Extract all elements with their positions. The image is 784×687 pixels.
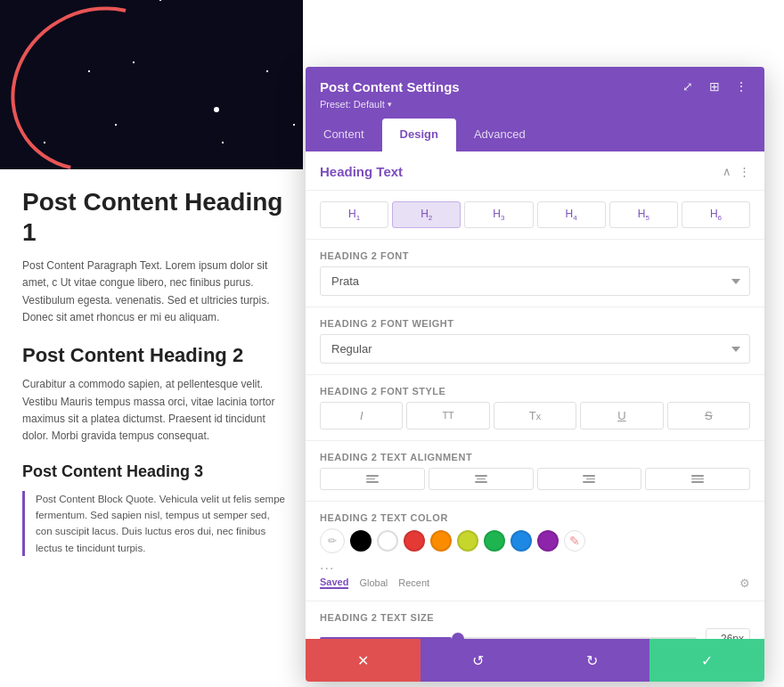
collapse-icon[interactable]: ∧	[723, 165, 731, 178]
tab-design[interactable]: Design	[382, 119, 456, 151]
cancel-icon: ✕	[357, 652, 369, 669]
heading-tab-h5[interactable]: H5	[609, 201, 678, 228]
redo-button[interactable]: ↻	[535, 639, 650, 682]
align-right-btn[interactable]	[537, 468, 642, 490]
font-section: Heading 2 Font Prata Arial Georgia	[306, 240, 764, 307]
font-label: Heading 2 Font	[320, 250, 750, 261]
more-options-icon[interactable]: ⋮	[732, 78, 750, 95]
align-center-btn[interactable]	[429, 468, 534, 490]
panel-body: Heading Text ∧ ⋮ H1 H2 H3 H4 H5 H6 Headi…	[306, 151, 764, 639]
color-picker-btn[interactable]: ✏	[320, 528, 345, 553]
panel-header: Post Content Settings ⤢ ⊞ ⋮ Preset: Defa…	[306, 67, 764, 119]
color-settings-icon[interactable]: ⚙	[739, 577, 750, 590]
color-tab-recent[interactable]: Recent	[398, 577, 429, 588]
text-color-section: Heading 2 Text Color ✏ ✎ ··· Saved Globa…	[306, 502, 764, 601]
blockquote-text: Post Content Block Quote. Vehicula velit…	[36, 491, 285, 557]
save-icon: ✓	[701, 652, 713, 669]
font-style-section: Heading 2 Font Style I TT Tx U S	[306, 375, 764, 441]
text-size-fill	[320, 637, 452, 639]
text-size-track	[320, 637, 697, 639]
swatch-orange[interactable]	[430, 530, 452, 552]
color-tab-global[interactable]: Global	[359, 577, 388, 588]
page-heading-2: Post Content Heading 2	[22, 344, 285, 367]
section-title: Heading Text	[320, 164, 403, 179]
undo-button[interactable]: ↺	[421, 639, 535, 682]
swatch-white[interactable]	[377, 530, 398, 552]
strikethrough-btn[interactable]: S	[667, 402, 750, 429]
blockquote: Post Content Block Quote. Vehicula velit…	[22, 491, 285, 557]
text-alignment-label: Heading 2 Text Alignment	[320, 452, 750, 462]
page-heading-1: Post Content Heading 1	[22, 187, 285, 247]
swatch-red[interactable]	[404, 530, 425, 552]
color-tab-saved[interactable]: Saved	[320, 577, 348, 589]
text-color-label: Heading 2 Text Color	[320, 512, 750, 523]
text-size-thumb[interactable]	[452, 633, 464, 639]
font-weight-section: Heading 2 Font Weight Regular Bold Light	[306, 307, 764, 375]
preset-arrow: ▾	[388, 100, 392, 109]
text-size-slider-row	[320, 628, 750, 639]
settings-panel: Post Content Settings ⤢ ⊞ ⋮ Preset: Defa…	[306, 67, 764, 682]
grid-icon[interactable]: ⊞	[706, 78, 723, 95]
page-content: Post Content Heading 1 Post Content Para…	[0, 169, 307, 687]
save-button[interactable]: ✓	[649, 639, 764, 682]
more-colors-dots[interactable]: ···	[320, 560, 334, 577]
heading-tab-h4[interactable]: H4	[537, 201, 606, 228]
color-tabs-row: Saved Global Recent ⚙	[320, 577, 750, 590]
italic-btn[interactable]: I	[320, 402, 403, 429]
color-swatches-row: ✏ ✎	[320, 528, 750, 553]
font-style-buttons: I TT Tx U S	[320, 402, 750, 429]
expand-icon[interactable]: ⤢	[679, 78, 697, 95]
paragraph-1: Post Content Paragraph Text. Lorem ipsum…	[22, 258, 285, 326]
font-style-label: Heading 2 Font Style	[320, 386, 750, 397]
text-size-value[interactable]	[706, 628, 750, 639]
color-pen-icon[interactable]: ✎	[564, 530, 585, 552]
underline-btn[interactable]: U	[580, 402, 663, 429]
allcaps-btn[interactable]: TT	[406, 402, 489, 429]
preset-label: Preset:	[320, 99, 351, 110]
tab-content[interactable]: Content	[306, 119, 382, 151]
text-alignment-section: Heading 2 Text Alignment	[306, 441, 764, 502]
align-left-btn[interactable]	[320, 468, 425, 490]
heading-tab-h3[interactable]: H3	[464, 201, 533, 228]
tab-advanced[interactable]: Advanced	[456, 119, 543, 151]
panel-preset[interactable]: Preset: Default ▾	[320, 99, 750, 110]
undo-icon: ↺	[472, 652, 484, 669]
alignment-buttons	[320, 468, 750, 490]
text-size-label: Heading 2 Text Size	[320, 612, 750, 623]
paragraph-2: Curabitur a commodo sapien, at pellentes…	[22, 376, 285, 445]
panel-header-top: Post Content Settings ⤢ ⊞ ⋮	[320, 78, 750, 95]
heading-tab-h2[interactable]: H2	[392, 201, 461, 228]
page-heading-3: Post Content Heading 3	[22, 462, 285, 482]
section-more-icon[interactable]: ⋮	[739, 165, 750, 178]
capitalize-btn[interactable]: Tx	[494, 402, 576, 429]
redo-icon: ↻	[586, 652, 598, 669]
font-select[interactable]: Prata Arial Georgia	[320, 266, 750, 296]
dot-decoration	[214, 107, 219, 112]
font-weight-label: Heading 2 Font Weight	[320, 318, 750, 329]
heading-tabs: H1 H2 H3 H4 H5 H6	[306, 191, 764, 240]
preset-value: Default	[354, 99, 385, 110]
heading-tab-h1[interactable]: H1	[320, 201, 388, 228]
panel-tabs: Content Design Advanced	[306, 119, 764, 151]
panel-header-icons: ⤢ ⊞ ⋮	[679, 78, 750, 95]
section-header: Heading Text ∧ ⋮	[306, 151, 764, 191]
heading-tab-h6[interactable]: H6	[682, 201, 750, 228]
swatch-yellow-green[interactable]	[457, 530, 478, 552]
swatch-blue[interactable]	[510, 530, 532, 552]
font-weight-select[interactable]: Regular Bold Light	[320, 334, 750, 364]
swatch-green[interactable]	[484, 530, 505, 552]
section-header-icons: ∧ ⋮	[723, 165, 750, 178]
panel-title: Post Content Settings	[320, 79, 460, 94]
swatch-purple[interactable]	[537, 530, 559, 552]
text-size-section: Heading 2 Text Size	[306, 601, 764, 639]
cancel-button[interactable]: ✕	[306, 639, 421, 682]
align-justify-btn[interactable]	[645, 468, 750, 490]
swatch-black[interactable]	[350, 530, 372, 552]
panel-footer: ✕ ↺ ↻ ✓	[306, 639, 764, 682]
